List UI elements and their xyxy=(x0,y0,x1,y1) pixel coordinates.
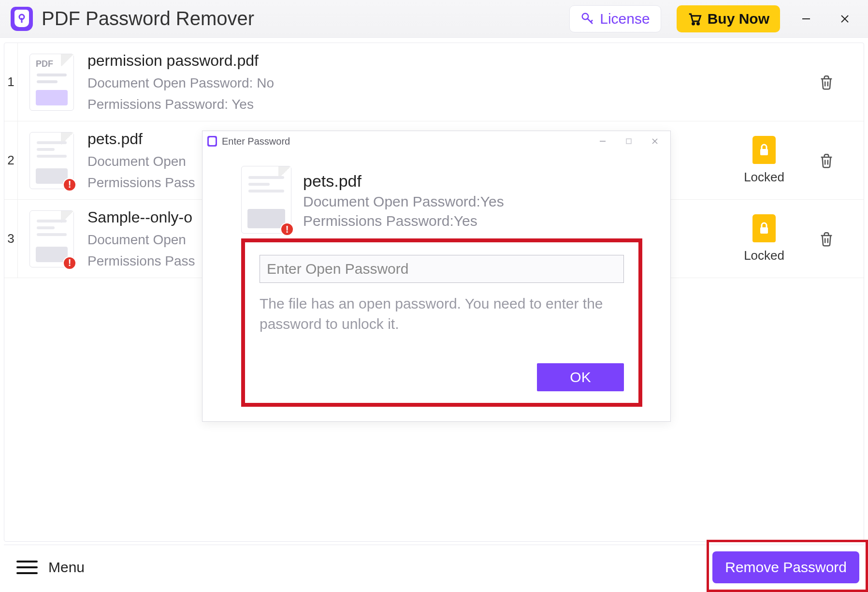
row-index: 2 xyxy=(4,121,18,199)
locked-label: Locked xyxy=(744,248,784,263)
minimize-button[interactable] xyxy=(794,6,819,31)
app-title: PDF Password Remover xyxy=(42,8,254,30)
app-logo-icon xyxy=(207,136,217,147)
app-logo xyxy=(11,7,33,31)
ok-button[interactable]: OK xyxy=(537,363,624,391)
dialog-file-name: pets.pdf xyxy=(303,172,504,191)
svg-rect-8 xyxy=(760,149,768,155)
buy-now-label: Buy Now xyxy=(708,11,769,27)
license-label: License xyxy=(600,11,650,27)
remove-password-button[interactable]: Remove Password xyxy=(712,551,859,583)
svg-point-3 xyxy=(692,23,694,25)
titlebar: PDF Password Remover License Buy Now xyxy=(0,0,868,38)
alert-icon: ! xyxy=(63,178,76,192)
minimize-icon xyxy=(599,137,607,145)
key-icon xyxy=(580,12,595,26)
file-open-pw: Document Open Password: No xyxy=(87,75,805,91)
hamburger-icon xyxy=(16,561,38,574)
locked-label: Locked xyxy=(744,170,784,185)
dialog-perm-pw: Permissions Password:Yes xyxy=(303,213,504,229)
close-icon xyxy=(839,14,850,24)
dialog-maximize-button[interactable] xyxy=(618,137,639,145)
lock-icon xyxy=(752,136,776,164)
dialog-open-pw: Document Open Password:Yes xyxy=(303,193,504,210)
menu-button[interactable]: Menu xyxy=(9,554,92,580)
close-icon xyxy=(651,137,659,145)
pdf-file-icon: ! xyxy=(29,132,74,189)
file-perm-pw: Permissions Password: Yes xyxy=(87,97,805,112)
dialog-hint: The file has an open password. You need … xyxy=(260,294,624,334)
delete-button[interactable] xyxy=(818,152,835,169)
locked-indicator: Locked xyxy=(744,136,784,185)
maximize-icon xyxy=(625,137,633,145)
svg-rect-9 xyxy=(760,227,768,234)
file-row[interactable]: 1 PDF permission password.pdf Document O… xyxy=(4,43,864,121)
file-name: permission password.pdf xyxy=(87,52,805,70)
locked-indicator: Locked xyxy=(744,214,784,263)
alert-icon: ! xyxy=(280,222,294,236)
delete-button[interactable] xyxy=(818,74,835,90)
alert-icon: ! xyxy=(63,256,76,270)
dialog-titlebar: Enter Password xyxy=(203,131,670,151)
minimize-icon xyxy=(801,14,811,24)
row-index: 1 xyxy=(4,43,18,121)
pdf-file-icon: ! xyxy=(241,166,291,234)
dialog-minimize-button[interactable] xyxy=(592,137,613,145)
buy-now-button[interactable]: Buy Now xyxy=(677,5,780,32)
svg-point-4 xyxy=(697,23,699,25)
menu-label: Menu xyxy=(48,559,85,576)
pdf-file-icon: PDF xyxy=(29,54,74,111)
dialog-close-button[interactable] xyxy=(644,137,665,145)
password-input[interactable] xyxy=(260,255,624,283)
row-index: 3 xyxy=(4,200,18,278)
lock-icon xyxy=(752,214,776,242)
cart-icon xyxy=(687,12,702,26)
highlight-box: The file has an open password. You need … xyxy=(241,238,642,407)
enter-password-dialog: Enter Password ! pets.pdf Document Open … xyxy=(202,131,671,422)
close-button[interactable] xyxy=(832,6,857,31)
svg-rect-11 xyxy=(626,139,631,144)
delete-button[interactable] xyxy=(818,231,835,247)
footer: Menu Remove Password xyxy=(4,545,864,589)
dialog-title: Enter Password xyxy=(222,136,290,147)
pdf-file-icon: ! xyxy=(29,210,74,267)
license-button[interactable]: License xyxy=(569,5,661,32)
svg-rect-1 xyxy=(21,18,23,23)
